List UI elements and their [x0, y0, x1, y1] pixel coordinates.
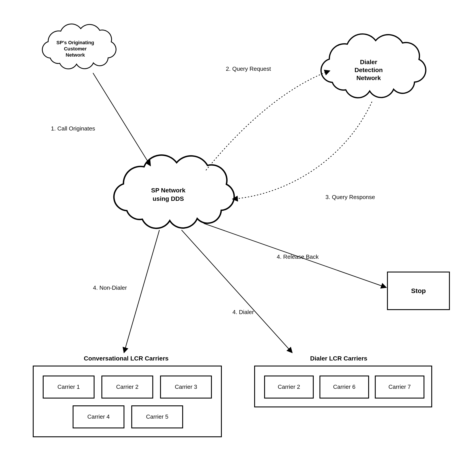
carrier-dialer-2-label: Carrier 6: [333, 383, 355, 390]
node-ddn-label-3: Network: [357, 74, 381, 81]
carrier-conv-3-label: Carrier 3: [175, 383, 197, 390]
node-stop-label: Stop: [411, 287, 426, 294]
carrier-conv-4-label: Carrier 4: [87, 413, 110, 420]
edge-non-dialer-label: 4. Non-Dialer: [93, 284, 127, 291]
edge-query-response-label: 3. Query Response: [325, 194, 375, 200]
edge-query-response: [232, 102, 372, 199]
carrier-conv-2-label: Carrier 2: [116, 383, 138, 390]
node-origin-label-1: SP's Originating: [56, 40, 94, 45]
node-origin-label-2: Customer: [64, 46, 87, 51]
carrier-dialer-1-label: Carrier 2: [278, 383, 300, 390]
diagram-canvas: SP's Originating Customer Network Dialer…: [0, 0, 476, 462]
node-ddn-label-2: Detection: [355, 66, 383, 74]
group-dialer-title: Dialer LCR Carriers: [310, 355, 367, 362]
edge-call-originates: [93, 73, 151, 166]
carrier-conv-5-label: Carrier 5: [146, 413, 168, 420]
carrier-conv-1-label: Carrier 1: [57, 383, 80, 390]
edge-dialer-label: 4. Dialer: [232, 309, 254, 315]
edge-query-request: [206, 71, 330, 170]
node-ddn-label-1: Dialer: [360, 59, 377, 66]
edge-non-dialer: [124, 230, 159, 353]
edge-call-originates-label: 1. Call Originates: [51, 125, 95, 132]
node-sp-label-1: SP Network: [151, 187, 186, 194]
node-origin-label-3: Network: [66, 52, 85, 58]
edge-release-back-label: 4. Release Back: [277, 254, 319, 260]
edge-query-request-label: 2. Query Request: [226, 66, 271, 72]
node-ddn-cloud: [321, 34, 426, 98]
group-conv-title: Conversational LCR Carriers: [84, 355, 169, 362]
node-sp-label-2: using DDS: [153, 195, 184, 202]
carrier-dialer-3-label: Carrier 7: [388, 383, 411, 390]
